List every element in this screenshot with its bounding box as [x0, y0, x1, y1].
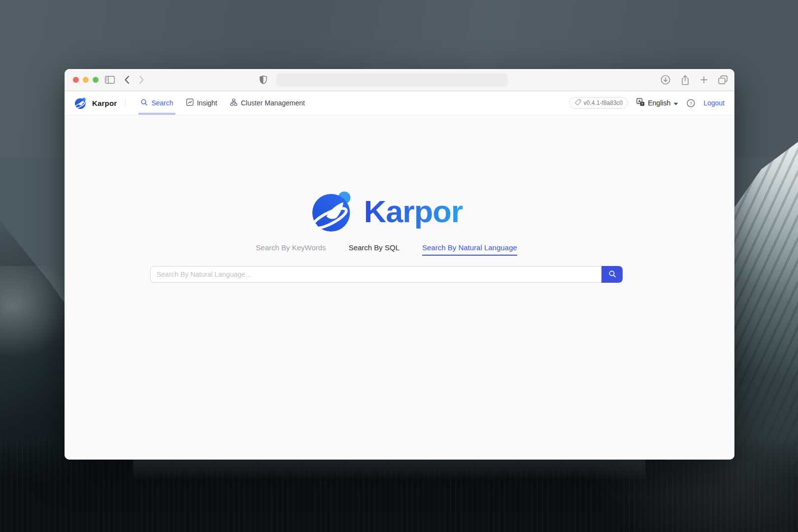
nav-item-label: Search — [151, 99, 173, 107]
new-tab-icon[interactable] — [700, 76, 708, 84]
privacy-shield-icon[interactable] — [260, 75, 267, 84]
search-icon — [608, 270, 616, 279]
cluster-tree-icon — [230, 99, 237, 107]
karpor-hero-logo: Karpor — [310, 190, 463, 233]
insight-chart-icon — [186, 99, 194, 107]
toolbar-center-group — [260, 69, 508, 91]
forward-icon[interactable] — [139, 75, 144, 84]
svg-text:?: ? — [690, 100, 692, 105]
hero-section: Karpor Search By KeyWords Search By SQL … — [150, 190, 623, 283]
brand[interactable]: Karpor — [74, 97, 117, 109]
logout-link[interactable]: Logout — [703, 99, 725, 107]
downloads-icon[interactable] — [661, 75, 670, 85]
back-icon[interactable] — [124, 75, 130, 84]
translate-icon: A文 — [636, 98, 645, 108]
main-nav: Search Insight Cluster Management — [134, 91, 311, 115]
tab-search-by-keywords[interactable]: Search By KeyWords — [256, 243, 326, 256]
language-label: English — [648, 99, 670, 107]
share-icon[interactable] — [681, 75, 690, 85]
tab-search-by-sql[interactable]: Search By SQL — [349, 243, 399, 256]
language-selector[interactable]: A文 English — [636, 98, 678, 108]
address-bar[interactable] — [276, 73, 508, 87]
search-icon — [140, 99, 148, 107]
nav-item-label: Insight — [197, 99, 217, 107]
header-right-group: v0.4.1-f8a83c0 A文 English ? Logout — [569, 97, 725, 109]
nav-item-insight[interactable]: Insight — [180, 91, 224, 115]
search-input[interactable] — [150, 266, 601, 283]
nav-item-search[interactable]: Search — [134, 91, 179, 115]
tab-search-by-natural-language[interactable]: Search By Natural Language — [422, 243, 517, 256]
app-header: Karpor Search Insight Cluster Manageme — [65, 91, 734, 115]
search-button[interactable] — [601, 266, 623, 283]
toolbar-right-group — [661, 69, 728, 91]
nav-item-cluster-management[interactable]: Cluster Management — [224, 91, 311, 115]
traffic-lights — [73, 77, 99, 83]
search-bar — [150, 266, 623, 283]
header-divider — [125, 100, 126, 107]
browser-window: Karpor Search Insight Cluster Manageme — [65, 69, 734, 460]
sidebar-toggle-icon[interactable] — [105, 76, 115, 84]
zoom-window-button[interactable] — [93, 77, 99, 83]
svg-text:文: 文 — [641, 102, 644, 105]
help-icon[interactable]: ? — [687, 99, 695, 107]
main-content: Karpor Search By KeyWords Search By SQL … — [65, 115, 734, 460]
karpor-logo-icon — [74, 97, 88, 109]
tag-icon — [575, 99, 581, 107]
close-window-button[interactable] — [73, 77, 79, 83]
chevron-down-icon — [673, 99, 678, 107]
browser-toolbar — [65, 69, 734, 91]
minimize-window-button[interactable] — [83, 77, 89, 83]
version-label: v0.4.1-f8a83c0 — [584, 100, 623, 106]
search-mode-tabs: Search By KeyWords Search By SQL Search … — [256, 243, 517, 256]
version-badge: v0.4.1-f8a83c0 — [569, 97, 628, 109]
brand-name: Karpor — [92, 99, 117, 107]
karpor-planet-icon — [310, 190, 358, 233]
nav-item-label: Cluster Management — [241, 99, 305, 107]
toolbar-left-group — [105, 69, 144, 91]
hero-logo-text: Karpor — [364, 194, 463, 229]
tab-overview-icon[interactable] — [718, 75, 728, 84]
